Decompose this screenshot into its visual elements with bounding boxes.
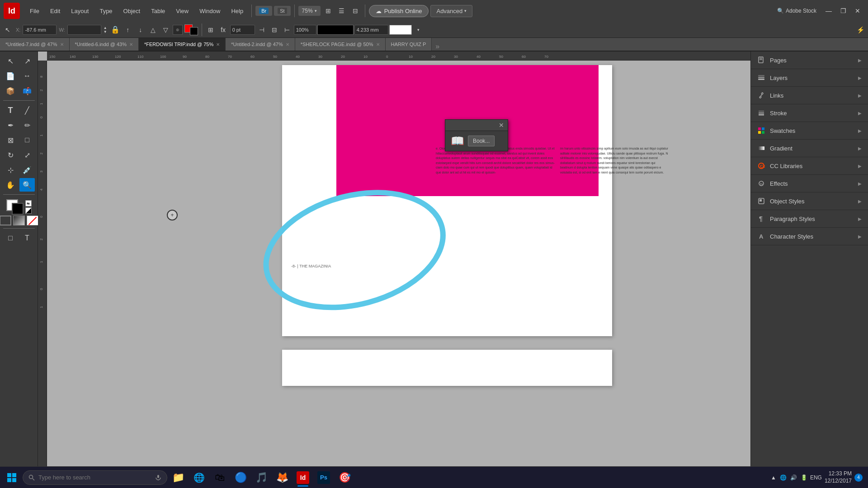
tab-untitled7[interactable]: *Untitled-7.indd @ 47% ✕ [0,38,70,51]
panel-stroke[interactable]: Stroke ▶ [751,104,868,122]
battery-icon[interactable]: 🔋 [801,474,807,481]
taskbar-photoshop[interactable]: Ps [314,468,334,488]
gap-tool[interactable]: ↔ [19,69,35,83]
taskbar-indesign[interactable]: Id [293,468,313,488]
rect-frame-tool[interactable]: □ [19,133,35,147]
direct-selection-tool[interactable]: ↗ [19,54,35,68]
panel-object-styles[interactable]: Object Styles ▶ [751,192,868,210]
panel-swatches[interactable]: Swatches ▶ [751,122,868,140]
taskbar-file-explorer[interactable]: 📁 [168,468,188,488]
taskbar-search[interactable] [23,470,167,485]
cross-frame-tool[interactable]: ⊠ [3,133,18,147]
taskbar-firefox[interactable]: 🦊 [272,468,292,488]
tab-harryquiz[interactable]: HARRY QUIZ P [386,38,432,51]
content-collector[interactable]: 📦 [3,84,18,98]
zoom-tool[interactable]: 🔍 [19,178,35,192]
menu-view[interactable]: View [171,0,193,22]
stroke-weight-input[interactable] [230,25,255,35]
effects-btn[interactable]: fx [217,24,229,36]
rotate-tool[interactable]: ↻ [3,148,18,162]
taskbar-chrome[interactable]: 🔵 [231,468,250,488]
stock-button[interactable]: St [274,6,290,16]
panel-layers[interactable]: Layers ▶ [751,69,868,87]
workspace-btn[interactable]: ⊟ [349,5,361,17]
taskbar-search-input[interactable] [38,474,151,481]
opacity-input[interactable] [294,25,316,35]
panel-links[interactable]: Links ▶ [751,87,868,104]
w-value-input[interactable] [67,25,101,35]
default-colors-btn[interactable] [25,207,32,214]
tray-up-arrow[interactable]: ▲ [771,474,776,481]
align-left-btn[interactable]: ⊣ [256,24,268,36]
reference-point-selector[interactable]: ⊕ [173,25,183,35]
menu-table[interactable]: Table [146,0,170,22]
transform-down-btn[interactable]: ↓ [135,24,146,36]
system-clock[interactable]: 12:33 PM 12/12/2017 [825,470,852,484]
adobe-stock-button[interactable]: 🔍 Adobe Stock [777,8,816,14]
popup-close-btn[interactable]: ✕ [499,122,504,129]
tab-untitled2[interactable]: *Untitled-2.indd @ 47% ✕ [226,38,295,51]
panel-pages[interactable]: Pages ▶ [751,52,868,69]
menu-window[interactable]: Window [195,0,225,22]
menu-edit[interactable]: Edit [46,0,65,22]
panel-cc-libraries[interactable]: Cc CC Libraries ▶ [751,157,868,175]
close-button[interactable]: ✕ [851,4,864,18]
panel-paragraph-styles[interactable]: ¶ Paragraph Styles ▶ [751,210,868,228]
scale-tool[interactable]: ⤢ [19,148,35,162]
tab-untitled6[interactable]: *Untitled-6.indd @ 43% ✕ [70,38,139,51]
volume-icon[interactable]: 🔊 [790,474,797,481]
frame-grid-btn[interactable]: ⊞ [322,5,334,17]
start-button[interactable] [2,468,22,488]
tab-close-untitled6[interactable]: ✕ [129,42,133,47]
align-center-btn[interactable]: ⊟ [269,24,280,36]
angle-down-icon[interactable]: ▽ [160,24,172,36]
taskbar-other-app[interactable]: 🎯 [335,468,354,488]
constrain-proportions-btn[interactable]: 🔒 [109,24,121,36]
fill-stroke-colors[interactable] [184,24,198,35]
apply-color-btn[interactable] [0,216,11,225]
pen-tool[interactable]: ✒ [3,118,18,132]
menu-file[interactable]: File [25,0,44,22]
select-tool-icon[interactable]: ↖ [2,24,14,36]
color-box-input[interactable] [389,25,412,35]
pencil-tool[interactable]: ✏ [19,118,35,132]
eyedropper-tool[interactable]: 💉 [19,163,35,177]
frame-tool-2[interactable]: □ [3,231,18,245]
tab-close-untitled7[interactable]: ✕ [60,42,64,47]
maximize-button[interactable]: ❐ [836,4,850,18]
tab-ferdowsi[interactable]: *FERDOWSI TRIP.indd @ 75% ✕ [139,38,226,51]
swap-colors-btn[interactable]: ⇆ [25,200,32,206]
selection-tool[interactable]: ↖ [3,54,18,68]
line-tool[interactable]: ╱ [19,103,35,117]
page-tool[interactable]: 📄 [3,69,18,83]
notification-badge[interactable]: 4 [854,474,863,482]
panel-character-styles[interactable]: A Character Styles ▶ [751,228,868,245]
tab-sherlock[interactable]: *SHERLOCK PAGE.indd @ 50% ✕ [295,38,386,51]
color-box-dropdown[interactable]: ▾ [413,24,425,36]
text-frame-tool[interactable]: T [19,231,35,245]
fill-stroke-selector[interactable] [6,199,24,215]
text-wrap-btn[interactable]: ⊞ [205,24,217,36]
content-placer[interactable]: 📫 [19,84,35,98]
align-right-btn[interactable]: ⊢ [281,24,293,36]
stroke-color-preview[interactable] [317,25,354,35]
angle-up-icon[interactable]: △ [147,24,159,36]
tab-close-sherlock[interactable]: ✕ [376,42,380,47]
canvas-area[interactable]: 150 140 130 120 110 100 90 80 70 60 50 4… [38,52,750,470]
advanced-button[interactable]: Advanced ▾ [430,5,472,17]
lightning-btn[interactable]: ⚡ [854,24,866,36]
panel-effects[interactable]: fx Effects ▶ [751,175,868,192]
transform-up-btn[interactable]: ↑ [122,24,134,36]
network-icon[interactable]: 🌐 [780,474,787,481]
apply-gradient-btn[interactable] [13,216,25,225]
bridge-button[interactable]: Br [255,6,272,16]
type-tool[interactable]: T [3,103,18,117]
book-button[interactable]: Book... [468,136,495,146]
menu-type[interactable]: Type [95,0,117,22]
x-value-input[interactable] [23,25,57,35]
minimize-button[interactable]: — [822,4,835,18]
w-stepper-up[interactable]: ▲▼ [102,24,108,36]
menu-layout[interactable]: Layout [66,0,93,22]
taskbar-store[interactable]: 🛍 [210,468,230,488]
size-value-input[interactable] [354,25,388,35]
